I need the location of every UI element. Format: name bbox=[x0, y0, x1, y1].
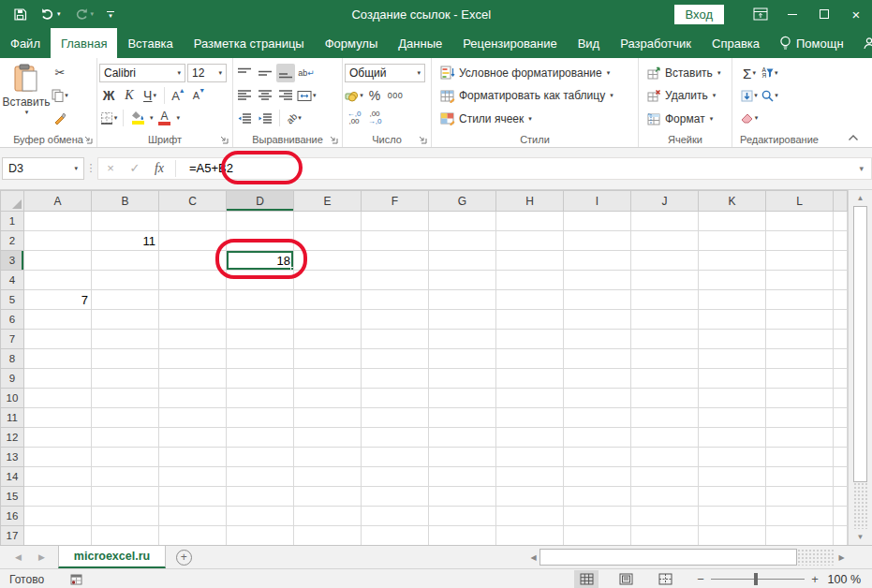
cell-I2[interactable] bbox=[564, 231, 631, 251]
formula-bar-resize-handle[interactable]: ⋮ bbox=[84, 162, 97, 174]
cell-A3[interactable] bbox=[24, 251, 92, 271]
cell-K3[interactable] bbox=[699, 251, 766, 271]
cell-L4[interactable] bbox=[766, 271, 834, 290]
font-size-combo[interactable]: 12▾ bbox=[187, 64, 227, 82]
column-header-F[interactable]: F bbox=[362, 191, 429, 212]
cell-C11[interactable] bbox=[159, 408, 227, 428]
cell-D11[interactable] bbox=[227, 408, 294, 428]
cell-L6[interactable] bbox=[766, 310, 834, 330]
comma-style-button[interactable]: 000 bbox=[386, 86, 405, 105]
clear-dropdown-icon[interactable]: ▾ bbox=[755, 114, 759, 122]
delete-cells-button[interactable]: Удалить ▾ bbox=[644, 86, 730, 106]
cell-C4[interactable] bbox=[159, 271, 227, 290]
cell-K8[interactable] bbox=[699, 349, 766, 369]
cell-F16[interactable] bbox=[362, 507, 429, 526]
cell-A12[interactable] bbox=[24, 428, 92, 448]
cell-H15[interactable] bbox=[496, 487, 564, 507]
sort-filter-button[interactable]: АЯ ▾ bbox=[761, 64, 779, 82]
row-header-10[interactable]: 10 bbox=[1, 389, 24, 408]
cell-B3[interactable] bbox=[92, 251, 159, 271]
alignment-dialog-launcher-icon[interactable] bbox=[329, 135, 338, 144]
decrease-font-button[interactable]: А▼ bbox=[190, 86, 209, 105]
cell-F8[interactable] bbox=[362, 349, 429, 369]
page-layout-view-button[interactable] bbox=[613, 570, 638, 588]
cell-I1[interactable] bbox=[564, 212, 631, 231]
cell-C16[interactable] bbox=[159, 507, 227, 526]
cell-L15[interactable] bbox=[766, 487, 834, 507]
align-right-icon[interactable] bbox=[276, 86, 295, 105]
wrap-text-icon[interactable]: ab↵ bbox=[297, 64, 316, 82]
cell-C10[interactable] bbox=[159, 389, 227, 408]
cell-I4[interactable] bbox=[564, 271, 631, 290]
cell-I12[interactable] bbox=[564, 428, 631, 448]
cell-G16[interactable] bbox=[429, 507, 496, 526]
cell-F14[interactable] bbox=[362, 467, 429, 487]
cell-J16[interactable] bbox=[631, 507, 699, 526]
cell-G8[interactable] bbox=[429, 349, 496, 369]
cell-K9[interactable] bbox=[699, 369, 766, 389]
find-select-button[interactable]: ▾ bbox=[761, 86, 779, 105]
cell-D14[interactable] bbox=[227, 467, 294, 487]
cell-D6[interactable] bbox=[227, 310, 294, 330]
row-header-13[interactable]: 13 bbox=[1, 448, 24, 467]
cell-F5[interactable] bbox=[362, 290, 429, 310]
horizontal-scroll-thumb[interactable] bbox=[539, 549, 797, 566]
cell-H16[interactable] bbox=[496, 507, 564, 526]
cell-J14[interactable] bbox=[631, 467, 699, 487]
cell-H4[interactable] bbox=[496, 271, 564, 290]
cell-E13[interactable] bbox=[294, 448, 362, 467]
cell-D13[interactable] bbox=[227, 448, 294, 467]
cell-H9[interactable] bbox=[496, 369, 564, 389]
decrease-decimal-button[interactable]: ,00→,0 bbox=[365, 109, 384, 127]
cell-I7[interactable] bbox=[564, 330, 631, 349]
cell-G7[interactable] bbox=[429, 330, 496, 349]
cell-G1[interactable] bbox=[429, 212, 496, 231]
underline-dropdown-icon[interactable]: ▾ bbox=[153, 92, 156, 99]
row-header-12[interactable]: 12 bbox=[1, 428, 24, 448]
format-as-table-button[interactable]: Форматировать как таблицу ▾ bbox=[437, 86, 636, 106]
cell-E4[interactable] bbox=[294, 271, 362, 290]
align-middle-icon[interactable] bbox=[256, 64, 274, 82]
cell-B13[interactable] bbox=[92, 448, 159, 467]
tell-me-assistant[interactable]: Помощн bbox=[770, 28, 853, 58]
cell-E7[interactable] bbox=[294, 330, 362, 349]
cell-J8[interactable] bbox=[631, 349, 699, 369]
cell-K13[interactable] bbox=[699, 448, 766, 467]
cell-J1[interactable] bbox=[631, 212, 699, 231]
cell-A16[interactable] bbox=[24, 507, 92, 526]
cell-styles-button[interactable]: Стили ячеек ▾ bbox=[437, 109, 636, 128]
cell-L8[interactable] bbox=[766, 349, 834, 369]
column-header-E[interactable]: E bbox=[294, 191, 362, 212]
autosum-button[interactable]: Σ▾ bbox=[740, 64, 759, 82]
column-header-L[interactable]: L bbox=[766, 191, 834, 212]
horizontal-scrollbar[interactable]: ◀ ▶ bbox=[527, 549, 848, 566]
cell-B4[interactable] bbox=[92, 271, 159, 290]
cell-G6[interactable] bbox=[429, 310, 496, 330]
cell-I3[interactable] bbox=[564, 251, 631, 271]
cell-B15[interactable] bbox=[92, 487, 159, 507]
expand-formula-bar-icon[interactable]: ▾ bbox=[859, 164, 871, 173]
autosum-dropdown-icon[interactable]: ▾ bbox=[752, 69, 756, 77]
accounting-format-icon[interactable]: ▾ bbox=[345, 86, 363, 105]
cell-C17[interactable] bbox=[159, 526, 227, 546]
delete-cells-dropdown-icon[interactable]: ▾ bbox=[713, 92, 717, 99]
cell-A15[interactable] bbox=[24, 487, 92, 507]
conditional-formatting-dropdown-icon[interactable]: ▾ bbox=[607, 69, 611, 77]
cell-D3[interactable]: 18 bbox=[227, 251, 294, 271]
cell-J12[interactable] bbox=[631, 428, 699, 448]
cell-L16[interactable] bbox=[766, 507, 834, 526]
cell-L9[interactable] bbox=[766, 369, 834, 389]
cell-H14[interactable] bbox=[496, 467, 564, 487]
scroll-down-icon[interactable]: ▼ bbox=[852, 529, 868, 545]
cell-C8[interactable] bbox=[159, 349, 227, 369]
cell-F12[interactable] bbox=[362, 428, 429, 448]
cell-J9[interactable] bbox=[631, 369, 699, 389]
decrease-indent-icon[interactable] bbox=[235, 109, 254, 127]
cell-K2[interactable] bbox=[699, 231, 766, 251]
tab-formulas[interactable]: Формулы bbox=[315, 28, 389, 58]
increase-font-button[interactable]: А▲ bbox=[170, 86, 188, 105]
cell-E10[interactable] bbox=[294, 389, 362, 408]
copy-button[interactable]: ▾ bbox=[51, 86, 69, 105]
merge-center-icon[interactable]: ▾ bbox=[297, 86, 317, 105]
sort-filter-dropdown-icon[interactable]: ▾ bbox=[775, 69, 778, 77]
